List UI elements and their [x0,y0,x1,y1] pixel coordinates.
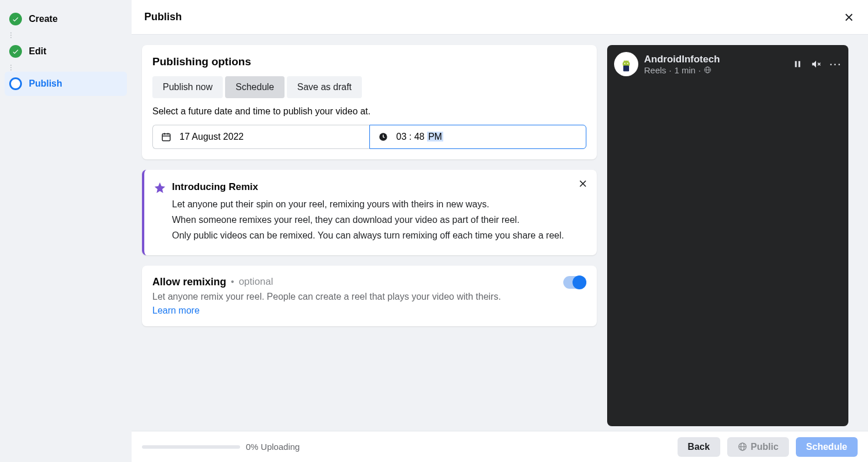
preview-subtitle: Reels · 1 min · [644,65,787,75]
allow-remix-toggle[interactable] [563,276,586,289]
preview-actions: ··· [792,58,841,70]
upload-progress: 0% Uploading [142,442,678,452]
step-connector [5,31,17,39]
svg-rect-14 [795,61,796,68]
preview-page-name: AndroidInfotech [644,54,787,65]
allow-remix-desc: Let anyone remix your reel. People can c… [152,292,586,302]
step-publish[interactable]: Publish [5,72,127,96]
remix-intro-title: Introducing Remix [172,181,586,193]
content-area: Publishing options Publish now Schedule … [132,35,868,431]
remix-intro-card: Introducing Remix Let anyone put their s… [142,170,597,255]
check-icon [9,45,22,58]
schedule-submit-button[interactable]: Schedule [796,437,858,457]
allow-remix-card: Allow remixing • optional Let anyone rem… [142,266,597,326]
datetime-row: 17 August 2022 03 : 48 PM [152,125,586,149]
video-preview-panel: AndroidInfotech Reels · 1 min · ··· [607,45,848,426]
learn-more-link[interactable]: Learn more [152,305,586,316]
calendar-icon [161,132,171,142]
allow-remix-head: Allow remixing • optional [152,276,586,288]
step-create[interactable]: Create [5,7,127,31]
date-value: 17 August 2022 [179,132,244,142]
main-panel: Publish Publishing options Publish now S… [132,0,868,462]
progress-bar [142,445,240,449]
date-picker[interactable]: 17 August 2022 [152,125,369,149]
check-icon [9,13,22,25]
close-icon[interactable] [577,178,589,189]
step-label: Create [29,14,58,24]
pause-icon[interactable] [792,59,803,69]
footer-bar: 0% Uploading Back Public Schedule [132,431,868,462]
time-picker[interactable]: 03 : 48 PM [369,125,587,149]
svg-point-7 [624,63,626,64]
page-title: Publish [144,11,182,23]
header: Publish [132,0,868,35]
step-connector [5,64,17,72]
globe-icon [704,66,712,74]
back-button[interactable]: Back [678,437,720,457]
more-icon[interactable]: ··· [829,58,841,70]
schedule-button[interactable]: Schedule [225,76,285,98]
svg-point-8 [627,63,628,64]
toggle-knob [573,275,586,289]
step-label: Edit [29,46,46,57]
avatar [614,52,638,76]
publishing-options-card: Publishing options Publish now Schedule … [142,45,597,159]
step-edit[interactable]: Edit [5,39,127,64]
privacy-button[interactable]: Public [727,437,789,457]
save-draft-button[interactable]: Save as draft [287,76,362,98]
publish-mode-segment: Publish now Schedule Save as draft [152,76,362,98]
progress-text: 0% Uploading [246,442,300,452]
close-icon[interactable] [843,11,855,24]
star-icon [154,181,166,194]
svg-rect-6 [623,66,629,72]
preview-header: AndroidInfotech Reels · 1 min · ··· [614,52,841,76]
card-title: Publishing options [152,55,586,68]
circle-icon [9,77,22,90]
helper-text: Select a future date and time to publish… [152,106,586,117]
publish-now-button[interactable]: Publish now [152,76,223,98]
step-label: Publish [29,79,62,89]
optional-label: optional [239,276,274,288]
sidebar-steps: Create Edit Publish [0,0,132,462]
preview-meta: AndroidInfotech Reels · 1 min · [644,54,787,75]
allow-remix-title: Allow remixing [152,276,226,288]
time-value: 03 : 48 PM [396,132,443,142]
mute-icon[interactable] [811,59,821,69]
footer-buttons: Back Public Schedule [678,437,858,457]
clock-icon [378,132,388,142]
remix-intro-body: Let anyone put their spin on your reel, … [172,196,586,244]
globe-icon [738,442,747,452]
svg-rect-15 [798,61,800,68]
svg-rect-0 [162,134,170,141]
settings-column: Publishing options Publish now Schedule … [142,45,597,420]
